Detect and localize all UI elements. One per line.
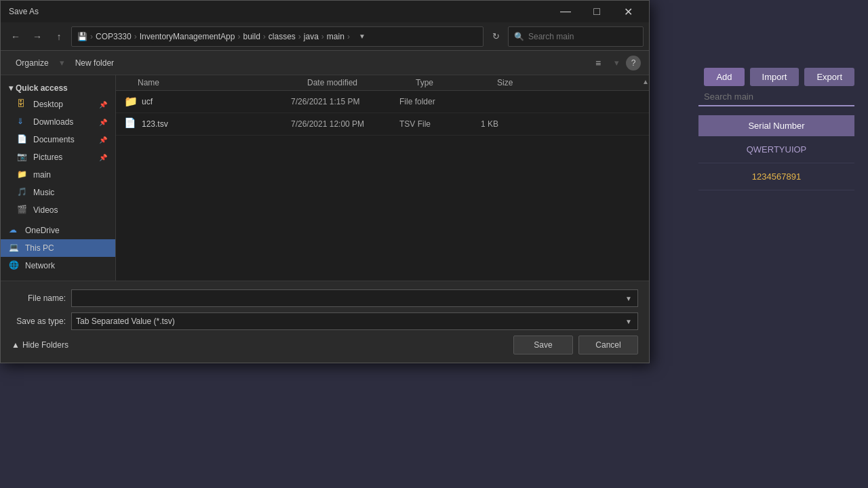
pin-icon: 📌 xyxy=(99,136,107,144)
savetype-label: Save as type: xyxy=(12,317,66,326)
file-icon: 📄 xyxy=(124,117,138,131)
sidebar-item-documents[interactable]: 📄 Documents 📌 xyxy=(1,131,115,148)
file-name: 123.tsv xyxy=(142,119,291,129)
filename-label: File name: xyxy=(12,293,66,303)
title-bar: Save As — □ ✕ xyxy=(1,1,649,22)
sidebar-item-videos[interactable]: 🎬 Videos xyxy=(1,201,115,219)
hide-folders-button[interactable]: ▲ Hide Folders xyxy=(12,340,68,350)
col-date-header[interactable]: Date modified xyxy=(307,78,416,87)
sidebar-item-label: Network xyxy=(25,261,55,270)
dialog-title: Save As xyxy=(9,7,39,16)
sidebar-item-network[interactable]: 🌐 Network xyxy=(1,257,115,274)
breadcrumb-dropdown[interactable]: ▼ xyxy=(354,27,370,46)
file-list: Name Date modified Type Size ▲ 📁 ucf 7/2… xyxy=(116,75,649,281)
file-date: 7/26/2021 1:15 PM xyxy=(291,97,399,106)
file-type: TSV File xyxy=(399,119,481,129)
app-table: Serial Number QWERTYUIOP 1234567891 xyxy=(698,115,854,190)
back-button[interactable]: ← xyxy=(6,27,25,46)
close-button[interactable]: ✕ xyxy=(612,1,644,22)
breadcrumb-java: java xyxy=(304,32,319,41)
music-icon: 🎵 xyxy=(17,187,28,198)
app-search-input[interactable] xyxy=(698,88,854,106)
savetype-input[interactable] xyxy=(76,317,624,326)
refresh-button[interactable]: ↻ xyxy=(486,27,505,46)
table-row: 1234567891 xyxy=(698,163,854,190)
toolbar-separator: ▾ xyxy=(60,58,64,68)
breadcrumb-item: 💾 xyxy=(77,32,87,41)
sort-arrow-icon: ▲ xyxy=(642,78,649,85)
save-as-dialog: Save As — □ ✕ ← → ↑ 💾 › COP3330 › Invent… xyxy=(0,0,650,363)
savetype-input-wrap: ▼ xyxy=(71,312,638,330)
savetype-dropdown-button[interactable]: ▼ xyxy=(624,318,633,325)
file-list-header: Name Date modified Type Size ▲ xyxy=(116,75,649,91)
sidebar-item-label: This PC xyxy=(25,243,54,253)
up-button[interactable]: ↑ xyxy=(50,27,68,46)
save-button[interactable]: Save xyxy=(513,336,573,354)
search-icon: 🔍 xyxy=(514,32,524,41)
sidebar-item-label: Music xyxy=(33,188,54,197)
minimize-button[interactable]: — xyxy=(550,1,581,22)
cancel-button[interactable]: Cancel xyxy=(578,336,638,354)
breadcrumb-cop3330: COP3330 xyxy=(96,32,132,41)
sidebar-item-music[interactable]: 🎵 Music xyxy=(1,184,115,201)
sidebar-item-label: Videos xyxy=(33,205,58,215)
import-button[interactable]: Import xyxy=(750,68,800,86)
sidebar-item-this-pc[interactable]: 💻 This PC xyxy=(1,239,115,257)
maximize-button[interactable]: □ xyxy=(581,1,612,22)
folder-icon: 📁 xyxy=(17,169,28,180)
file-toolbar: Organize ▾ New folder ≡ ▾ ? xyxy=(1,51,649,75)
search-input[interactable] xyxy=(528,32,637,41)
window-controls: — □ ✕ xyxy=(550,1,644,22)
help-button[interactable]: ? xyxy=(626,56,641,70)
search-box: 🔍 xyxy=(508,26,644,47)
view-dropdown-icon: ▾ xyxy=(614,58,619,68)
dialog-bottom: File name: ▼ Save as type: ▼ ▲ Hide Fold… xyxy=(1,281,649,363)
organize-button[interactable]: Organize xyxy=(9,56,56,70)
serial-number-header: Serial Number xyxy=(698,115,854,136)
hide-folders-label: Hide Folders xyxy=(22,340,68,350)
main-content: ▾ Quick access 🗄 Desktop 📌 ⇓ Downloads 📌… xyxy=(1,75,649,281)
filename-dropdown-button[interactable]: ▼ xyxy=(624,295,633,302)
pin-icon: 📌 xyxy=(99,119,107,126)
export-button[interactable]: Export xyxy=(804,68,854,86)
new-folder-button[interactable]: New folder xyxy=(68,56,121,70)
sidebar-item-desktop[interactable]: 🗄 Desktop 📌 xyxy=(1,96,115,113)
sidebar-item-label: main xyxy=(33,170,51,180)
col-size-header[interactable]: Size xyxy=(497,78,551,87)
sidebar-section-label: Quick access xyxy=(16,83,68,93)
file-row[interactable]: 📁 ucf 7/26/2021 1:15 PM File folder xyxy=(116,91,649,113)
quick-access-header[interactable]: ▾ Quick access xyxy=(1,81,115,96)
col-name-header[interactable]: Name xyxy=(138,78,307,87)
sidebar-item-downloads[interactable]: ⇓ Downloads 📌 xyxy=(1,113,115,131)
breadcrumb-build: build xyxy=(243,32,260,41)
sidebar-item-pictures[interactable]: 📷 Pictures 📌 xyxy=(1,148,115,166)
sidebar-item-label: Pictures xyxy=(33,152,62,162)
dialog-actions: ▲ Hide Folders Save Cancel xyxy=(12,336,638,354)
breadcrumb[interactable]: 💾 › COP3330 › InventoryManagementApp › b… xyxy=(71,26,484,47)
address-bar: ← → ↑ 💾 › COP3330 › InventoryManagementA… xyxy=(1,22,649,51)
sidebar: ▾ Quick access 🗄 Desktop 📌 ⇓ Downloads 📌… xyxy=(1,75,116,281)
filename-input[interactable] xyxy=(76,293,624,303)
file-row[interactable]: 📄 123.tsv 7/26/2021 12:00 PM TSV File 1 … xyxy=(116,113,649,136)
onedrive-icon: ☁ xyxy=(9,225,20,236)
savetype-row: Save as type: ▼ xyxy=(12,312,638,330)
toolbar-right: ≡ ▾ ? xyxy=(589,55,641,71)
sidebar-item-label: Desktop xyxy=(33,100,63,109)
table-row: QWERTYUIOP xyxy=(698,136,854,163)
app-search-area xyxy=(698,88,854,106)
sidebar-item-main[interactable]: 📁 main xyxy=(1,166,115,184)
folder-icon: 📁 xyxy=(124,95,138,108)
pin-icon: 📌 xyxy=(99,101,107,108)
breadcrumb-classes: classes xyxy=(269,32,296,41)
col-type-header[interactable]: Type xyxy=(416,78,497,87)
desktop-icon: 🗄 xyxy=(17,99,28,110)
pin-icon: 📌 xyxy=(99,154,107,161)
filename-input-wrap: ▼ xyxy=(71,289,638,307)
view-button[interactable]: ≡ xyxy=(589,55,608,71)
forward-button[interactable]: → xyxy=(28,27,47,46)
collapse-icon: ▲ xyxy=(12,340,20,350)
filename-row: File name: ▼ xyxy=(12,289,638,307)
sidebar-item-label: Downloads xyxy=(33,117,73,127)
add-button[interactable]: Add xyxy=(704,68,744,86)
sidebar-item-onedrive[interactable]: ☁ OneDrive xyxy=(1,222,115,239)
